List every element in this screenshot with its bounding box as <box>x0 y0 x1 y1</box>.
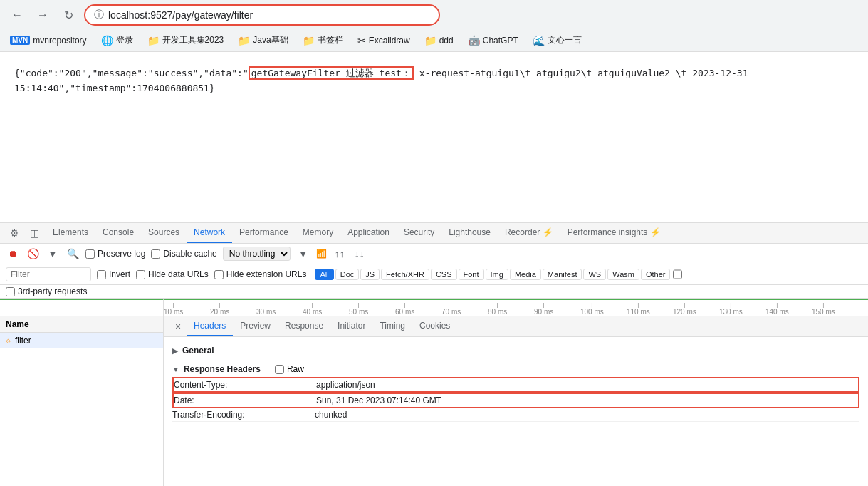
filter-css[interactable]: CSS <box>431 269 457 280</box>
tab-performance[interactable]: Performance <box>232 223 296 243</box>
filter-media[interactable]: Media <box>510 269 541 280</box>
bookmark-label: 登录 <box>116 34 133 46</box>
raw-checkbox-label[interactable]: Raw <box>275 364 304 374</box>
back-button[interactable]: ← <box>7 5 27 25</box>
request-row-filter[interactable]: ⟐ filter <box>0 333 163 348</box>
bookmark-java[interactable]: 📁 Java基础 <box>235 33 291 48</box>
mvn-icon: MVN <box>10 36 30 45</box>
details-tab-cookies[interactable]: Cookies <box>412 316 457 336</box>
invert-label[interactable]: Invert <box>97 269 130 279</box>
name-column-header: Name <box>6 319 29 329</box>
header-transfer-encoding: Transfer-Encoding: chunked <box>172 408 859 422</box>
bookmark-devtools[interactable]: 📁 开发工具集2023 <box>145 33 227 48</box>
disable-cache-label[interactable]: Disable cache <box>151 249 216 259</box>
reload-button[interactable]: ↻ <box>58 5 78 25</box>
clear-button[interactable]: 🚫 <box>26 247 40 261</box>
info-icon: ⓘ <box>94 9 104 21</box>
tab-elements[interactable]: Elements <box>46 223 95 243</box>
throttle-dropdown-icon[interactable]: ▼ <box>296 247 310 261</box>
third-party-checkbox[interactable] <box>6 287 15 296</box>
bookmark-label: mvnrepository <box>33 36 86 46</box>
preserve-log-label[interactable]: Preserve log <box>85 249 145 259</box>
json-prefix: {"code":"200","message":"success","data"… <box>14 68 249 78</box>
header-value-transfer-encoding: chunked <box>315 410 859 420</box>
general-section-header[interactable]: ▶ General <box>172 343 859 358</box>
hide-extension-urls-text: Hide extension URLs <box>226 269 307 279</box>
tab-performance-insights[interactable]: Performance insights ⚡ <box>560 223 668 243</box>
header-name-content-type: Content-Type: <box>174 380 316 390</box>
tick-40ms: 40 ms <box>303 301 322 316</box>
expand-icon: ▶ <box>172 347 178 355</box>
response-headers-row: ▼ Response Headers Raw <box>172 361 859 377</box>
details-tab-preview[interactable]: Preview <box>233 316 278 336</box>
disable-cache-checkbox[interactable] <box>151 249 160 259</box>
bookmark-excalidraw[interactable]: ✂ Excalidraw <box>355 33 413 48</box>
details-tab-headers[interactable]: Headers <box>187 316 233 336</box>
close-details-button[interactable]: × <box>169 318 187 335</box>
bookmark-chatgpt[interactable]: 🤖 ChatGPT <box>465 33 521 48</box>
filter-wasm[interactable]: Wasm <box>607 269 639 280</box>
devtools-menu-icon[interactable]: ⚙ <box>6 224 23 242</box>
tab-application[interactable]: Application <box>340 223 397 243</box>
tab-console[interactable]: Console <box>95 223 141 243</box>
filter-all[interactable]: All <box>315 269 333 280</box>
details-tab-initiator[interactable]: Initiator <box>330 316 372 336</box>
hide-extension-urls-label[interactable]: Hide extension URLs <box>214 269 307 279</box>
bookmark-ddd[interactable]: 📁 ddd <box>422 33 456 48</box>
tick-60ms: 60 ms <box>395 301 414 316</box>
expand-icon: ▼ <box>172 366 179 373</box>
tick-130ms: 130 ms <box>719 301 743 316</box>
preserve-log-text: Preserve log <box>98 249 145 259</box>
tick-50ms: 50 ms <box>349 301 368 316</box>
upload-icon[interactable]: ↑ <box>333 247 347 261</box>
download-icon[interactable]: ↓ <box>352 247 367 261</box>
hide-data-urls-checkbox[interactable] <box>136 270 145 279</box>
tab-memory[interactable]: Memory <box>296 223 340 243</box>
preserve-log-checkbox[interactable] <box>85 249 95 259</box>
hide-data-urls-label[interactable]: Hide data URLs <box>136 269 209 279</box>
devtools-element-picker[interactable]: ◫ <box>26 224 43 242</box>
network-content: Name ⟐ filter × Headers Preview Response… <box>0 316 868 486</box>
devtools-panel: ⚙ ◫ Elements Console Sources Network Per… <box>0 222 868 486</box>
robot-icon: 🤖 <box>468 35 480 46</box>
filter-font[interactable]: Font <box>459 269 484 280</box>
filter-manifest[interactable]: Manifest <box>543 269 582 280</box>
hide-extension-urls-checkbox[interactable] <box>214 270 224 279</box>
forward-button[interactable]: → <box>33 5 53 25</box>
filter-fetch-xhr[interactable]: Fetch/XHR <box>381 269 429 280</box>
filter-doc[interactable]: Doc <box>335 269 360 280</box>
filter-icon[interactable]: ▼ <box>46 247 60 261</box>
header-date: Date: Sun, 31 Dec 2023 07:14:40 GMT <box>172 393 859 408</box>
filter-input[interactable] <box>6 267 91 281</box>
browser-chrome: ← → ↻ ⓘ localhost:9527/pay/gateway/filte… <box>0 0 868 52</box>
bookmark-mvnrepository[interactable]: MVN mvnrepository <box>7 34 90 47</box>
response-headers-label[interactable]: ▼ Response Headers <box>172 361 261 377</box>
other-checkbox[interactable] <box>673 269 682 280</box>
details-tab-response[interactable]: Response <box>278 316 330 336</box>
tab-security[interactable]: Security <box>397 223 441 243</box>
record-button[interactable]: ⏺ <box>6 247 20 261</box>
invert-checkbox[interactable] <box>97 270 106 279</box>
type-filter-buttons: All Doc JS Fetch/XHR CSS Font Img Media … <box>315 269 682 280</box>
tab-network[interactable]: Network <box>187 223 232 243</box>
nav-bar: ← → ↻ ⓘ localhost:9527/pay/gateway/filte… <box>0 0 868 30</box>
details-tab-timing[interactable]: Timing <box>372 316 412 336</box>
raw-checkbox[interactable] <box>275 365 284 374</box>
tick-80ms: 80 ms <box>488 301 507 316</box>
tick-140ms: 140 ms <box>765 301 789 316</box>
tab-sources[interactable]: Sources <box>141 223 187 243</box>
bookmark-bookmarks[interactable]: 📁 书签栏 <box>300 33 346 48</box>
tab-lighthouse[interactable]: Lighthouse <box>441 223 498 243</box>
bookmark-login[interactable]: 🌐 登录 <box>98 33 136 48</box>
third-party-label[interactable]: 3rd-party requests <box>6 286 87 296</box>
invert-text: Invert <box>109 269 130 279</box>
throttle-select[interactable]: No throttling <box>223 247 291 261</box>
tab-recorder[interactable]: Recorder ⚡ <box>498 223 560 243</box>
filter-other[interactable]: Other <box>641 269 671 280</box>
bookmark-wenxin[interactable]: 🌊 文心一言 <box>530 33 585 48</box>
filter-js[interactable]: JS <box>360 269 380 280</box>
address-bar[interactable]: ⓘ localhost:9527/pay/gateway/filter <box>84 4 440 26</box>
search-button[interactable]: 🔍 <box>66 247 80 261</box>
filter-ws[interactable]: WS <box>583 269 606 280</box>
filter-img[interactable]: Img <box>486 269 508 280</box>
